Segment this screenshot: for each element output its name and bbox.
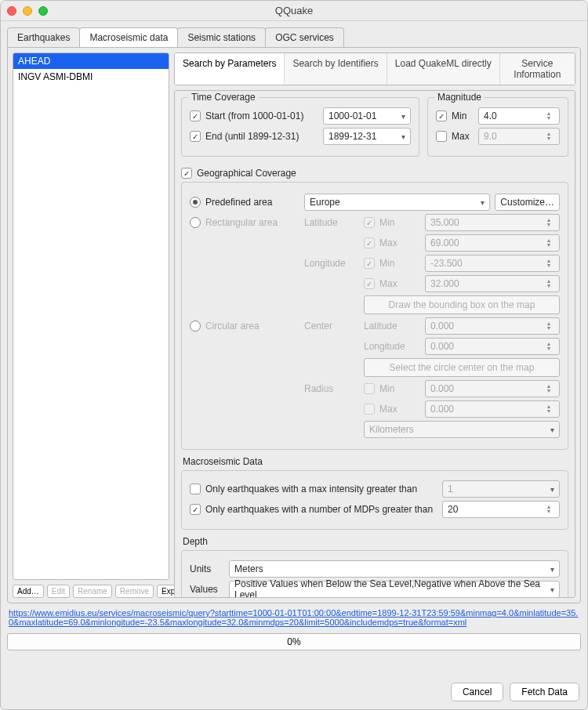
center-lon-input: 0.000▴▾: [425, 338, 560, 355]
sub-tabs: Search by Parameters Search by Identifie…: [174, 53, 575, 85]
radius-min-checkbox: [364, 383, 375, 394]
magnitude-title: Magnitude: [434, 92, 485, 103]
tab-seismic-stations[interactable]: Seismic stations: [177, 27, 266, 47]
right-pane: Search by Parameters Search by Identifie…: [174, 48, 580, 603]
minimize-icon[interactable]: [23, 6, 32, 16]
tab-load-quakeml[interactable]: Load QuakeML directly: [387, 53, 500, 85]
mdps-checkbox[interactable]: [190, 504, 201, 515]
circular-radio[interactable]: [190, 321, 201, 331]
radius-max-checkbox: [364, 404, 375, 415]
chevron-down-icon: ▾: [481, 198, 485, 207]
lat-min-input: 35.000▴▾: [425, 214, 560, 231]
add-source-button[interactable]: Add…: [13, 585, 44, 598]
close-icon[interactable]: [7, 6, 16, 16]
lon-max-input: 32.000▴▾: [425, 275, 560, 292]
end-label: End (until 1899-12-31): [205, 131, 318, 142]
titlebar: QQuake: [1, 1, 587, 21]
footer: Cancel Fetch Data: [1, 683, 587, 709]
spinner-icon[interactable]: ▴▾: [543, 505, 554, 514]
tab-search-ids[interactable]: Search by Identifiers: [285, 53, 387, 85]
center-label: Center: [304, 321, 359, 331]
radius-min-input: 0.000▴▾: [425, 380, 560, 397]
radius-unit-select: Kilometers▾: [364, 421, 560, 438]
start-date-input[interactable]: 1000-01-01▾: [323, 107, 411, 125]
mag-min-label: Min: [452, 110, 474, 121]
sidebar: AHEAD INGV ASMI-DBMI Add… Edit Rename Re…: [8, 48, 174, 603]
lon-label: Longitude: [304, 258, 359, 269]
mag-min-input[interactable]: 4.0▴▾: [478, 107, 560, 125]
remove-source-button: Remove: [115, 585, 154, 598]
predefined-select[interactable]: Europe▾: [304, 194, 490, 211]
progress-bar: 0%: [7, 633, 581, 650]
radius-max-input: 0.000▴▾: [425, 400, 560, 418]
tab-ogc-services[interactable]: OGC services: [265, 27, 344, 47]
tab-service-info[interactable]: Service Information: [500, 53, 575, 85]
source-item-ahead[interactable]: AHEAD: [13, 53, 169, 69]
source-buttons: Add… Edit Rename Remove Export: [13, 585, 169, 598]
predefined-label: Predefined area: [205, 197, 299, 208]
mag-min-checkbox[interactable]: [436, 110, 447, 121]
rectangular-radio[interactable]: [190, 217, 201, 228]
center-lat-input: 0.000▴▾: [425, 317, 560, 335]
draw-bbox-button: Draw the bounding box on the map: [364, 295, 560, 314]
mdata-group: Only earthquakes with a max intensity gr…: [181, 470, 568, 530]
intensity-label: Only earthquakes with a max intensity gr…: [205, 484, 437, 494]
select-center-button: Select the circle center on the map: [364, 358, 560, 377]
fetch-data-button[interactable]: Fetch Data: [510, 683, 579, 701]
geo-title: Geographical Coverage: [197, 168, 296, 179]
rectangular-label: Rectangular area: [205, 217, 299, 228]
qquake-window: QQuake Earthquakes Macroseismic data Sei…: [0, 0, 588, 710]
rename-source-button: Rename: [73, 585, 112, 598]
mag-max-checkbox[interactable]: [436, 131, 447, 142]
chevron-down-icon: ▾: [550, 565, 554, 574]
units-select[interactable]: Meters▾: [229, 560, 560, 578]
chevron-down-icon: ▾: [401, 132, 405, 141]
chevron-down-icon: ▾: [550, 585, 554, 594]
mag-max-input: 9.0▴▾: [478, 128, 560, 145]
progress-text: 0%: [287, 636, 300, 647]
lon-min-checkbox: [364, 258, 375, 269]
lat-max-checkbox: [364, 237, 375, 248]
mdps-input[interactable]: 20▴▾: [442, 501, 560, 518]
predefined-radio[interactable]: [190, 197, 201, 208]
tab-earthquakes[interactable]: Earthquakes: [7, 27, 80, 47]
tab-macroseismic[interactable]: Macroseismic data: [79, 27, 178, 47]
radius-label: Radius: [304, 383, 359, 394]
chevron-down-icon: ▾: [401, 112, 405, 121]
source-item-ingv[interactable]: INGV ASMI-DBMI: [13, 69, 169, 85]
end-checkbox[interactable]: [190, 131, 201, 142]
depth-title: Depth: [183, 536, 568, 547]
window-title: QQuake: [1, 5, 587, 16]
page: AHEAD INGV ASMI-DBMI Add… Edit Rename Re…: [7, 47, 581, 603]
geo-checkbox[interactable]: [181, 168, 192, 179]
time-coverage-group: Time Coverage Start (from 1000-01-01) 10…: [181, 97, 419, 157]
source-list[interactable]: AHEAD INGV ASMI-DBMI: [13, 53, 169, 580]
values-select[interactable]: Positive Values when Below the Sea Level…: [229, 581, 560, 598]
query-url-link[interactable]: https://www.emidius.eu/services/macrosei…: [1, 603, 587, 627]
lat-min-checkbox: [364, 217, 375, 228]
spinner-icon[interactable]: ▴▾: [543, 111, 554, 121]
depth-group: Units Meters▾ Values Positive Values whe…: [181, 550, 568, 598]
zoom-icon[interactable]: [38, 6, 48, 16]
intensity-checkbox[interactable]: [190, 484, 201, 494]
circular-label: Circular area: [205, 321, 299, 331]
lat-max-input: 69.000▴▾: [425, 234, 560, 252]
magnitude-group: Magnitude Min 4.0▴▾ Max 9.0▴▾: [427, 97, 568, 157]
intensity-select: 1▾: [442, 480, 560, 498]
values-label: Values: [190, 584, 224, 595]
lon-min-input: -23.500▴▾: [425, 255, 560, 272]
start-checkbox[interactable]: [190, 110, 201, 121]
params-panel: Time Coverage Start (from 1000-01-01) 10…: [174, 90, 575, 598]
customize-button[interactable]: Customize…: [495, 194, 560, 211]
edit-source-button: Edit: [47, 585, 70, 598]
end-date-input[interactable]: 1899-12-31▾: [323, 128, 411, 145]
cancel-button[interactable]: Cancel: [451, 683, 503, 701]
spinner-icon: ▴▾: [543, 132, 554, 141]
units-label: Units: [190, 563, 224, 574]
start-label: Start (from 1000-01-01): [205, 110, 318, 121]
mdps-label: Only earthquakes with a number of MDPs g…: [205, 504, 437, 515]
lon-max-checkbox: [364, 278, 375, 289]
mag-max-label: Max: [452, 131, 474, 142]
tab-search-params[interactable]: Search by Parameters: [175, 53, 285, 85]
mdata-title: Macroseismic Data: [183, 456, 568, 467]
